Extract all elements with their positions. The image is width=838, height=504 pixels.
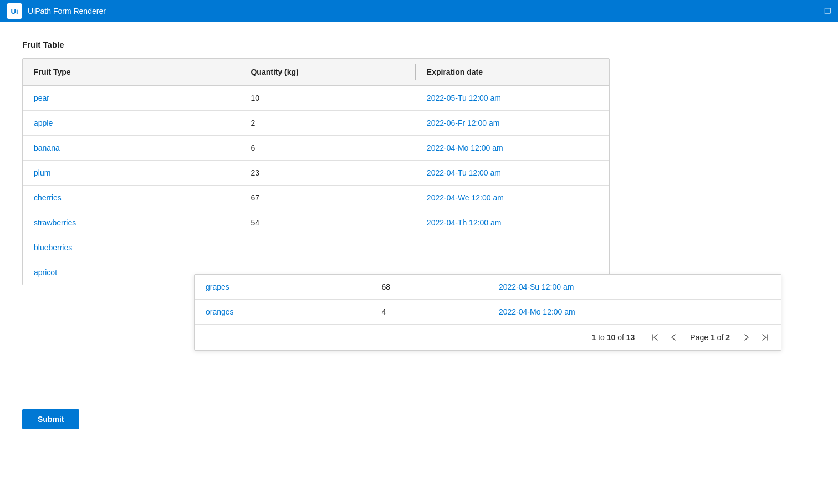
restore-button[interactable]: ❐ [824,7,831,15]
next-page-icon [742,333,750,341]
table-row: grapes 68 2022-04-Su 12:00 am [195,275,781,300]
last-page-button[interactable] [758,331,772,343]
page-info: Page 1 of 2 [690,333,730,342]
submit-area: Submit [22,396,816,429]
fruit-table-wrapper: Fruit Type Quantity (kg) Expiration date… [22,58,610,285]
quantity-value: 6 [239,136,415,161]
prev-page-button[interactable] [667,331,681,343]
main-content: Fruit Table Fruit Type Quantity (kg) Exp… [0,22,838,504]
first-page-icon [651,333,659,341]
quantity-value: 68 [370,275,488,300]
first-page-button[interactable] [648,331,662,343]
quantity-value: 10 [239,86,415,111]
fruit-name: oranges [195,300,370,325]
quantity-value [239,235,415,260]
expiration-value: 2022-04-Mo 12:00 am [488,300,781,325]
last-page-icon [761,333,769,341]
quantity-value: 2 [239,111,415,136]
expiration-value: 2022-04-We 12:00 am [416,186,609,210]
table-row: blueberries [23,235,609,260]
overlay-table-wrapper: grapes 68 2022-04-Su 12:00 am oranges 4 … [194,274,781,351]
table-container: Fruit Type Quantity (kg) Expiration date… [22,58,610,285]
pagination-summary: 1 to 10 of 13 [591,333,635,342]
app-title: UiPath Form Renderer [28,7,106,16]
fruit-name: blueberries [23,235,239,260]
fruit-name: pear [23,86,239,111]
fruit-name: plum [23,161,239,186]
window-controls: — ❐ [808,7,831,15]
table-row: banana 6 2022-04-Mo 12:00 am [23,136,609,161]
pagination: 1 to 10 of 13 Page 1 of 2 [195,324,781,350]
prev-page-icon [670,333,678,341]
section-title: Fruit Table [22,40,816,49]
table-row: plum 23 2022-04-Tu 12:00 am [23,161,609,186]
expiration-value: 2022-04-Mo 12:00 am [416,136,609,161]
expiration-value: 2022-04-Th 12:00 am [416,210,609,235]
expiration-value: 2022-04-Tu 12:00 am [416,161,609,186]
table-header-row: Fruit Type Quantity (kg) Expiration date [23,59,609,86]
col-expiration: Expiration date [416,59,609,86]
fruit-name: strawberries [23,210,239,235]
col-fruit-type: Fruit Type [23,59,239,86]
quantity-value: 23 [239,161,415,186]
quantity-value: 4 [370,300,488,325]
quantity-value: 67 [239,186,415,210]
fruit-table: Fruit Type Quantity (kg) Expiration date… [23,59,609,285]
fruit-name: apple [23,111,239,136]
fruit-name: banana [23,136,239,161]
table-row: pear 10 2022-05-Tu 12:00 am [23,86,609,111]
next-page-button[interactable] [739,331,753,343]
table-row: cherries 67 2022-04-We 12:00 am [23,186,609,210]
expiration-value: 2022-05-Tu 12:00 am [416,86,609,111]
quantity-value: 54 [239,210,415,235]
titlebar: Ui UiPath Form Renderer — ❐ [0,0,838,22]
expiration-value [416,235,609,260]
overlay-table: grapes 68 2022-04-Su 12:00 am oranges 4 … [195,275,781,324]
expiration-value: 2022-06-Fr 12:00 am [416,111,609,136]
table-row: oranges 4 2022-04-Mo 12:00 am [195,300,781,325]
fruit-name: grapes [195,275,370,300]
table-row: apple 2 2022-06-Fr 12:00 am [23,111,609,136]
fruit-name: cherries [23,186,239,210]
col-quantity: Quantity (kg) [239,59,415,86]
app-logo: Ui [7,3,22,19]
table-row: strawberries 54 2022-04-Th 12:00 am [23,210,609,235]
expiration-value: 2022-04-Su 12:00 am [488,275,781,300]
submit-button[interactable]: Submit [22,409,79,429]
minimize-button[interactable]: — [808,7,815,15]
